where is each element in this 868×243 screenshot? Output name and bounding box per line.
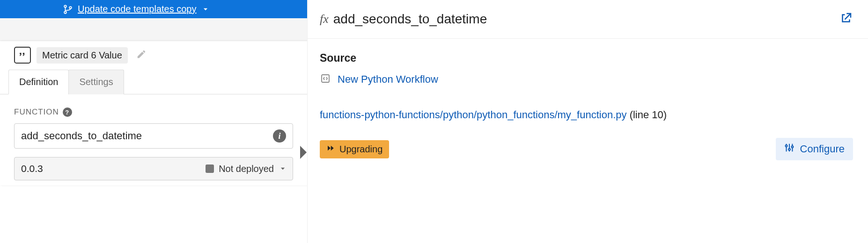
fast-forward-icon bbox=[326, 144, 335, 155]
pointer-triangle-icon bbox=[300, 146, 307, 159]
tab-settings[interactable]: Settings bbox=[68, 70, 124, 94]
source-workflow-row: New Python Workflow bbox=[320, 73, 853, 86]
configure-label: Configure bbox=[800, 143, 845, 155]
caret-down-icon[interactable] bbox=[202, 6, 209, 13]
line-number-text: (line 10) bbox=[627, 109, 667, 121]
right-panel-header: fx add_seconds_to_datetime bbox=[308, 0, 868, 39]
svg-point-9 bbox=[791, 146, 793, 148]
status-text: Not deployed bbox=[219, 164, 274, 174]
fx-icon: fx bbox=[320, 12, 329, 26]
svg-point-1 bbox=[64, 11, 66, 14]
upgrading-text: Upgrading bbox=[339, 144, 383, 155]
branch-icon bbox=[63, 4, 73, 14]
svg-point-0 bbox=[64, 5, 66, 7]
code-file-icon bbox=[320, 73, 331, 86]
function-title: add_seconds_to_datetime bbox=[333, 12, 487, 27]
open-external-icon[interactable] bbox=[839, 11, 853, 27]
function-section: FUNCTION ? add_seconds_to_datetime i 0.0… bbox=[0, 94, 307, 185]
info-icon[interactable]: i bbox=[273, 129, 286, 143]
tabs: Definition Settings bbox=[0, 69, 307, 94]
right-panel-footer: Upgrading Configure bbox=[320, 138, 853, 160]
workflow-link[interactable]: New Python Workflow bbox=[338, 73, 438, 86]
help-icon[interactable]: ? bbox=[63, 107, 72, 117]
tab-definition[interactable]: Definition bbox=[8, 70, 69, 94]
sub-bar bbox=[0, 18, 307, 41]
chevron-down-icon[interactable] bbox=[280, 163, 286, 174]
version-field[interactable]: 0.0.3 Not deployed bbox=[14, 157, 293, 180]
edit-pencil-icon[interactable] bbox=[136, 49, 147, 61]
title-chip[interactable]: Metric card 6 Value bbox=[37, 47, 128, 64]
title-row: Metric card 6 Value bbox=[0, 41, 307, 69]
status-badge: Not deployed bbox=[206, 164, 274, 174]
right-panel: fx add_seconds_to_datetime Source New Py… bbox=[307, 0, 868, 243]
upgrading-badge: Upgrading bbox=[320, 140, 389, 158]
svg-point-5 bbox=[785, 145, 787, 147]
right-panel-body: Source New Python Workflow functions-pyt… bbox=[308, 39, 868, 170]
svg-point-7 bbox=[788, 149, 790, 150]
svg-point-2 bbox=[69, 7, 72, 9]
left-content: Metric card 6 Value Definition Settings … bbox=[0, 41, 307, 185]
function-name-value: add_seconds_to_datetime bbox=[21, 130, 142, 142]
workflow-top-bar[interactable]: Update code templates copy bbox=[0, 0, 307, 18]
function-label-text: FUNCTION bbox=[14, 107, 59, 117]
configure-button[interactable]: Configure bbox=[776, 138, 853, 160]
status-square-icon bbox=[206, 164, 214, 173]
function-section-label: FUNCTION ? bbox=[14, 107, 293, 117]
version-value: 0.0.3 bbox=[21, 163, 43, 174]
sliders-icon bbox=[784, 143, 794, 156]
function-name-field[interactable]: add_seconds_to_datetime i bbox=[14, 123, 293, 149]
quote-icon bbox=[14, 47, 31, 64]
source-path-row: functions-python-functions/python/python… bbox=[320, 107, 853, 123]
source-path-link[interactable]: functions-python-functions/python/python… bbox=[320, 109, 627, 121]
svg-rect-3 bbox=[322, 75, 329, 82]
workflow-title[interactable]: Update code templates copy bbox=[78, 4, 197, 14]
source-heading: Source bbox=[320, 52, 853, 64]
left-panel: Update code templates copy Metric card 6… bbox=[0, 0, 307, 185]
